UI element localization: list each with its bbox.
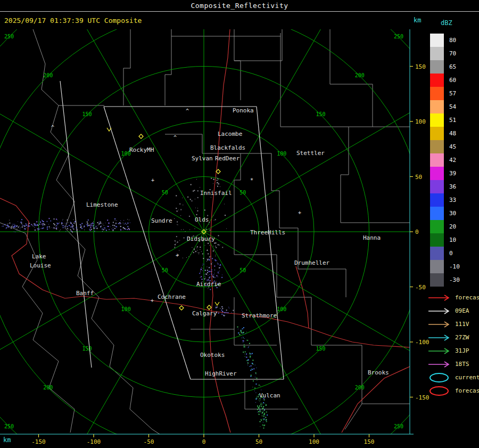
echo-pixel <box>81 227 82 227</box>
echo-pixel <box>260 386 261 386</box>
echo-pixel <box>202 254 203 255</box>
echo-pixel <box>209 256 210 257</box>
right-axis-tick-label: -50 <box>415 284 426 291</box>
echo-pixel <box>205 245 205 246</box>
echo-pixel <box>212 271 212 272</box>
legend-row-forecast: forecast <box>428 291 479 304</box>
range-ring-label: 200 <box>355 385 365 390</box>
dbz-scale-row: 36 <box>430 180 460 193</box>
echo-pixel <box>257 405 258 406</box>
echo-pixel <box>262 403 263 404</box>
bottom-axis-tick-label: -100 <box>87 438 101 445</box>
echo-pixel <box>195 199 195 199</box>
echo-pixel <box>9 223 10 224</box>
legend-label: current <box>455 374 479 381</box>
city-label: HighRiver <box>205 370 237 377</box>
dbz-scale-row: 45 <box>430 140 460 153</box>
city-label: Louise <box>30 262 51 269</box>
echo-pixel <box>211 273 212 274</box>
city-label: Okotoks <box>200 352 225 359</box>
county-boundary <box>341 127 410 223</box>
echo-pixel <box>194 249 195 250</box>
bottom-axis-tick-label: 100 <box>309 438 319 445</box>
echo-pixel <box>190 199 191 200</box>
echo-pixel <box>6 229 6 229</box>
echo-pixel <box>211 197 211 198</box>
echo-pixel <box>53 229 53 229</box>
echo-pixel <box>56 223 57 224</box>
city-label: Vulcan <box>259 392 280 399</box>
dbz-scale-row: 80 <box>430 34 460 47</box>
echo-pixel <box>127 219 128 219</box>
echo-pixel <box>218 244 219 245</box>
echo-pixel <box>20 229 20 229</box>
echo-pixel <box>215 306 216 306</box>
echo-pixel <box>40 222 41 223</box>
echo-pixel <box>259 407 259 408</box>
echo-pixel <box>27 227 27 228</box>
echo-pixel <box>218 313 219 314</box>
echo-pixel <box>244 345 245 346</box>
echo-pixel <box>245 356 245 357</box>
echo-pixel <box>93 223 94 224</box>
county-boundary <box>345 404 362 429</box>
legend-label: 111V <box>455 321 469 328</box>
echo-pixel <box>14 232 14 232</box>
echo-pixel <box>213 183 213 184</box>
echo-pixel <box>43 221 44 222</box>
echo-pixel <box>40 229 40 229</box>
echo-pixel <box>250 370 251 371</box>
echo-pixel <box>94 231 95 232</box>
echo-pixel <box>207 259 208 260</box>
echo-pixel <box>208 253 209 254</box>
legend-row-18TS: 18TS <box>428 357 479 371</box>
echo-pixel <box>189 230 190 230</box>
echo-pixel <box>266 412 267 413</box>
echo-pixel <box>72 224 73 225</box>
echo-pixel <box>38 229 39 230</box>
echo-pixel <box>199 254 199 254</box>
echo-pixel <box>258 396 259 397</box>
echo-pixel <box>197 208 198 208</box>
echo-pixel <box>205 278 206 278</box>
echo-pixel <box>21 223 22 224</box>
city-label: Ponoka <box>233 107 254 114</box>
echo-pixel <box>209 224 209 225</box>
legend-row-09EA: 09EA <box>428 304 479 317</box>
echo-pixel <box>261 403 261 403</box>
echo-pixel <box>59 223 60 224</box>
echo-pixel <box>58 227 59 227</box>
echo-pixel <box>264 413 265 414</box>
echo-pixel <box>41 224 42 225</box>
dbz-value-label: 30 <box>449 207 456 220</box>
echo-pixel <box>214 270 215 271</box>
echo-pixel <box>259 413 259 414</box>
echo-pixel <box>238 329 238 329</box>
echo-pixel <box>90 230 91 231</box>
dbz-scale-row: 48 <box>430 127 460 140</box>
radar-map[interactable]: 5010015020025050100150200250501001502002… <box>0 0 479 448</box>
legend-label: forecast <box>455 387 479 394</box>
echo-pixel <box>70 229 71 230</box>
echo-pixel <box>121 226 121 227</box>
dbz-scale-row: -30 <box>430 273 460 287</box>
echo-pixel <box>253 364 253 365</box>
echo-pixel <box>197 250 197 250</box>
echo-pixel <box>187 197 188 198</box>
echo-pixel <box>228 307 229 307</box>
echo-pixel <box>202 271 203 271</box>
echo-pixel <box>60 230 61 230</box>
echo-pixel <box>216 246 216 246</box>
legend-row-current: current <box>428 371 479 384</box>
echo-pixel <box>200 277 201 278</box>
echo-pixel <box>56 226 57 226</box>
echo-pixel <box>256 368 257 368</box>
echo-pixel <box>86 224 86 224</box>
echo-pixel <box>49 226 50 227</box>
storm-ellipse-icon <box>428 386 452 396</box>
echo-pixel <box>105 229 105 229</box>
echo-pixel <box>97 227 97 228</box>
point-marker: + <box>151 177 154 183</box>
dbz-scale-row: 51 <box>430 113 460 127</box>
echo-pixel <box>62 225 63 226</box>
